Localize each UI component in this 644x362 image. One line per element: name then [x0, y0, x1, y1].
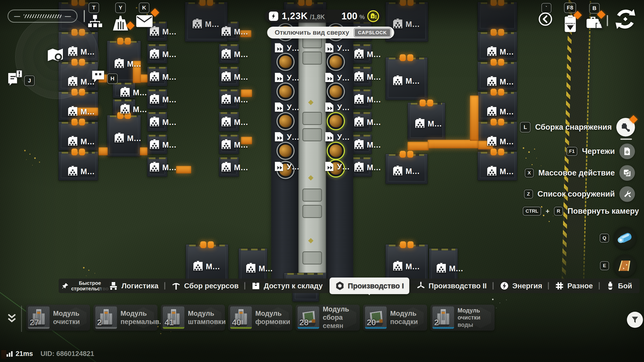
machine-block[interactable]	[219, 112, 239, 131]
tab-energy[interactable]: Энергия	[494, 279, 548, 293]
conveyor-belt[interactable]	[241, 89, 252, 97]
conveyor-belt[interactable]	[470, 96, 478, 141]
machine-block[interactable]	[219, 67, 239, 86]
hierarchy-button[interactable]	[86, 13, 104, 30]
menu-blueprints[interactable]: F1 Чертежи	[566, 144, 635, 159]
equipment-icon	[620, 122, 631, 132]
menu-mass-action[interactable]: X Массовое действие	[525, 165, 635, 181]
factory-icon	[111, 13, 130, 32]
machine-block[interactable]	[352, 44, 372, 64]
tab-storage-access[interactable]: Доступ к складу	[246, 279, 328, 293]
machine-block[interactable]	[147, 89, 167, 109]
conveyor-belt[interactable]	[241, 137, 252, 144]
tab-misc[interactable]: Разное	[549, 279, 598, 293]
machine-block[interactable]	[58, 122, 98, 151]
quickslot-battery[interactable]: Q	[600, 227, 636, 249]
menu-rotate-camera[interactable]: CTRL + R Повернуть камеру	[523, 207, 639, 216]
ore-node[interactable]	[327, 82, 345, 101]
battery-item-button[interactable]	[614, 227, 636, 249]
machine-block[interactable]	[477, 152, 517, 180]
machine-block[interactable]	[147, 67, 167, 86]
machine-block[interactable]	[147, 157, 167, 177]
divider	[244, 282, 245, 290]
machine-block[interactable]	[107, 115, 141, 157]
machine-block[interactable]	[477, 62, 517, 91]
machine-block[interactable]	[477, 32, 517, 61]
factory-panel-button[interactable]	[110, 12, 131, 33]
ramp-item-button[interactable]	[614, 254, 636, 277]
machine-block[interactable]	[147, 112, 167, 131]
ore-node[interactable]	[276, 53, 295, 71]
machine-block[interactable]	[185, 2, 228, 42]
filter-button[interactable]	[627, 312, 643, 328]
machine-block[interactable]	[385, 57, 428, 100]
machine-block[interactable]	[477, 92, 517, 121]
machine-block[interactable]	[113, 82, 135, 98]
conveyor-belt[interactable]	[176, 166, 191, 173]
mail-button[interactable]	[134, 14, 154, 29]
ore-node[interactable]	[276, 82, 295, 101]
machine-block[interactable]	[219, 134, 239, 154]
machine-block[interactable]	[219, 157, 239, 177]
menu-gear-assembly[interactable]: L Сборка снаряжения	[520, 118, 635, 137]
machine-block[interactable]	[147, 44, 167, 64]
key-hint-r: R	[554, 207, 563, 216]
tab-label: Бой	[618, 282, 632, 290]
tab-resource-gathering[interactable]: Сбор ресурсов	[166, 279, 244, 293]
tab-production-1[interactable]: Производство I	[330, 278, 409, 294]
ore-node[interactable]	[327, 53, 345, 71]
machine-block[interactable]	[58, 152, 98, 180]
conveyor-belt[interactable]	[408, 142, 429, 150]
gear-assembly-button[interactable]	[616, 118, 635, 137]
machine-block[interactable]	[186, 244, 228, 284]
power-plug-icon	[298, 0, 312, 6]
ore-node[interactable]	[327, 112, 345, 130]
walkway-panel	[302, 205, 322, 218]
back-button[interactable]	[538, 12, 553, 27]
blueprints-button[interactable]	[619, 144, 635, 159]
power-plug-icon	[491, 29, 504, 36]
conveyor-belt[interactable]	[478, 141, 493, 149]
endfield-panel-button[interactable]: ENDFIELD	[563, 14, 578, 34]
conveyor-belt[interactable]	[240, 30, 251, 37]
power-plug-icon	[71, 119, 85, 125]
quickslot-ramp[interactable]: E	[600, 254, 636, 277]
machine-block[interactable]	[219, 44, 239, 64]
battery-gauge-icon[interactable]	[367, 10, 379, 22]
conveyor-belt[interactable]	[140, 74, 147, 82]
map-zoom-button[interactable]	[46, 47, 65, 65]
conveyor-belt[interactable]	[140, 147, 147, 155]
inventory-button[interactable]	[584, 15, 605, 31]
ore-node[interactable]	[327, 142, 345, 160]
machine-block[interactable]	[147, 134, 167, 154]
machine-block[interactable]	[352, 157, 372, 177]
ore-node[interactable]	[276, 112, 295, 130]
tasks-button[interactable]	[6, 69, 24, 87]
machine-block[interactable]	[219, 89, 239, 109]
machine-block[interactable]	[352, 67, 372, 86]
walkway-panel	[302, 52, 322, 65]
collapse-bar-button[interactable]	[7, 313, 18, 325]
machine-block[interactable]	[352, 89, 372, 109]
mass-action-button[interactable]	[619, 165, 635, 181]
ore-node[interactable]	[276, 142, 295, 160]
machine-block[interactable]	[352, 134, 372, 154]
conveyor-belt[interactable]	[133, 61, 141, 83]
conveyor-belt[interactable]	[99, 147, 108, 155]
tab-combat[interactable]: Бой	[600, 279, 637, 293]
tab-production-2[interactable]: Производство II	[411, 279, 492, 293]
tab-logistics[interactable]: Логистика	[103, 279, 164, 293]
plus-sign: +	[546, 207, 549, 215]
ore-node[interactable]	[327, 159, 345, 177]
machine-block[interactable]	[352, 112, 372, 131]
chat-button[interactable]	[90, 68, 107, 84]
machine-block[interactable]	[408, 103, 445, 140]
machine-block[interactable]	[477, 2, 517, 31]
structure-list-button[interactable]	[619, 186, 635, 202]
ore-node[interactable]	[276, 161, 295, 179]
mode-switch-button[interactable]	[613, 7, 638, 32]
conveyor-belt[interactable]	[428, 140, 478, 148]
conveyor-belt[interactable]	[75, 108, 98, 116]
menu-structure-list[interactable]: Z Список сооружений	[524, 186, 635, 202]
machine-block[interactable]	[385, 154, 428, 184]
